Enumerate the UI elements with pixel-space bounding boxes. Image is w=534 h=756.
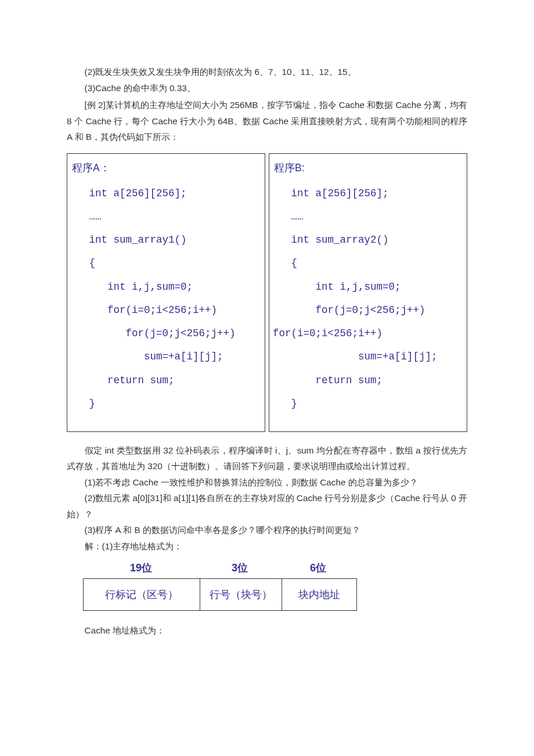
para-answer-3: (3)Cache 的命中率为 0.33。	[67, 80, 467, 96]
para-q1: (1)若不考虑 Cache 一致性维护和替换算法的控制位，则数据 Cache 的…	[67, 474, 467, 491]
para-cache-addr-lead: Cache 地址格式为：	[67, 622, 467, 639]
code-line: }	[71, 392, 258, 415]
code-line: ……	[71, 205, 258, 228]
addr-cell-tag: 行标记（区号）	[84, 579, 200, 610]
code-line: for(i=0;i<256;i++)	[71, 298, 258, 322]
document-page: (2)既发生块失效又发生块争用的时刻依次为 6、7、10、11、12、15。 (…	[0, 0, 534, 756]
para-solution-lead: 解：(1)主存地址格式为：	[67, 538, 467, 555]
addr-header: 19位 3位 6位	[83, 561, 356, 575]
code-line: int i,j,sum=0;	[71, 275, 258, 298]
addr-table: 行标记（区号） 行号（块号） 块内地址	[83, 578, 357, 611]
code-line: for(j=0;j<256;j++)	[273, 298, 460, 322]
para-example-2-stem: [例 2]某计算机的主存地址空间大小为 256MB，按字节编址，指令 Cache…	[67, 97, 467, 145]
code-line: for(i=0;i<256;i++)	[273, 322, 460, 345]
code-line: {	[273, 251, 460, 275]
addr-header-6: 6位	[280, 561, 356, 575]
code-a-title: 程序A：	[72, 161, 258, 175]
code-panel-a: 程序A： int a[256][256]; …… int sum_array1(…	[67, 153, 265, 432]
addr-header-3: 3位	[199, 561, 280, 575]
para-q3: (3)程序 A 和 B 的数据访问命中率各是多少？哪个程序的执行时间更短？	[67, 522, 467, 538]
para-assumption: 假定 int 类型数据用 32 位补码表示，程序编译时 i、j、sum 均分配在…	[67, 442, 467, 474]
addr-header-19: 19位	[83, 561, 199, 575]
code-line: int a[256][256];	[71, 182, 258, 205]
code-line: int i,j,sum=0;	[273, 275, 460, 298]
code-line: ……	[273, 205, 460, 228]
para-q2: (2)数组元素 a[0][31]和 a[1][1]各自所在的主存块对应的 Cac…	[67, 490, 467, 522]
code-line: sum=+a[i][j];	[71, 345, 258, 368]
code-line: return sum;	[273, 369, 460, 392]
code-line: }	[273, 392, 460, 415]
code-line: return sum;	[71, 369, 258, 392]
para-answer-2: (2)既发生块失效又发生块争用的时刻依次为 6、7、10、11、12、15。	[67, 64, 467, 80]
code-line: for(j=0;j<256;j++)	[71, 322, 258, 345]
code-line: int sum_array1()	[71, 228, 258, 251]
code-line: int sum_array2()	[273, 228, 460, 251]
addr-cell-offset: 块内地址	[282, 579, 356, 610]
code-line: int a[256][256];	[273, 182, 460, 205]
addr-cell-line: 行号（块号）	[200, 579, 282, 610]
code-panels: 程序A： int a[256][256]; …… int sum_array1(…	[67, 153, 467, 432]
code-b-title: 程序B:	[274, 161, 460, 175]
code-line: {	[71, 251, 258, 275]
code-panel-b: 程序B: int a[256][256]; …… int sum_array2(…	[269, 153, 467, 432]
code-line: sum=+a[i][j];	[273, 345, 460, 368]
